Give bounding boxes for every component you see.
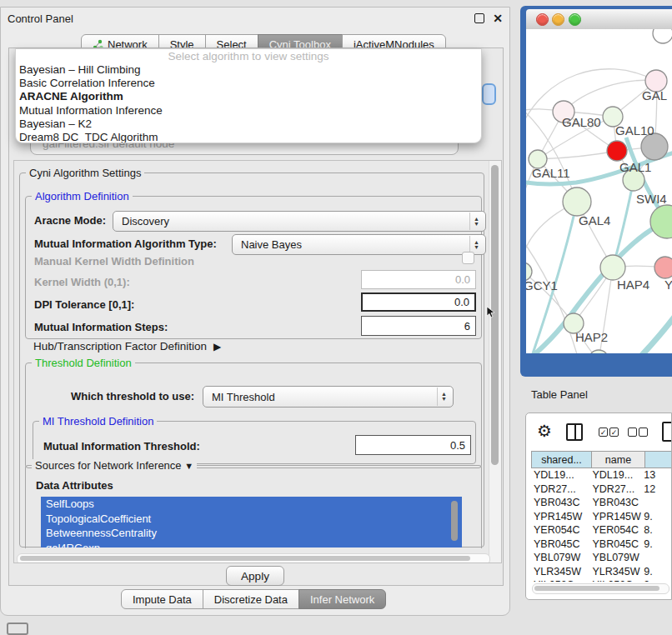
column-layout-icon[interactable] (566, 423, 583, 441)
network-window-titlebar[interactable] (526, 9, 672, 30)
node-unlabeled-top[interactable] (653, 29, 672, 43)
collapsed-panel-button[interactable] (7, 622, 28, 635)
mi-threshold-field[interactable]: 0.5 (355, 435, 471, 455)
mi-steps-field[interactable]: 6 (361, 316, 476, 336)
kernel-width-field[interactable]: 0.0 (361, 270, 476, 289)
table-cell: YPR145W (590, 511, 642, 522)
tab-label: Infer Network (310, 593, 374, 606)
table-cell: YPR145W (531, 511, 590, 522)
table-row[interactable]: YPR145WYPR145W9. (531, 510, 672, 524)
tab-label: Impute Data (133, 593, 192, 606)
close-icon[interactable]: ✕ (493, 12, 503, 24)
aracne-mode-value: Discovery (122, 215, 169, 228)
dpi-tolerance-field[interactable]: 0.0 (361, 292, 476, 312)
new-table-icon[interactable] (662, 422, 672, 442)
node-label: GAL80 (562, 115, 601, 129)
data-attribute-item[interactable]: SelfLoops (41, 497, 462, 512)
minimize-traffic-light-icon[interactable] (552, 13, 564, 26)
list-scrollbar-thumb[interactable] (451, 501, 458, 541)
kernel-width-label: Kernel Width (0,1): (34, 276, 130, 289)
node-label: GAL10 (615, 123, 654, 138)
algorithm-option[interactable]: ARACNE Algorithm (16, 90, 481, 103)
expanded-arrow-icon[interactable]: ▼ (184, 461, 193, 471)
table-row[interactable]: YLR345WYLR345W9. (531, 565, 672, 579)
hub-definition-toggle[interactable]: Hub/Transcription Factor Definition ▶ (33, 340, 221, 352)
node-green-large[interactable] (650, 205, 672, 238)
data-attribute-item[interactable]: TopologicalCoefficient (41, 512, 462, 527)
aracne-mode-combo[interactable]: Discovery ▲▼ (113, 211, 486, 232)
mi-type-value: Naive Bayes (241, 238, 302, 251)
node-label: GAL (642, 88, 667, 102)
table-row[interactable]: YBL079WYBL079W (531, 551, 672, 565)
gear-icon[interactable]: ⚙ (537, 422, 552, 439)
node-label: HAP2 (575, 330, 608, 344)
network-canvas[interactable]: GALGAL80GAL10GAL1GAL11SWI4GAL4GCY1HAP4YH… (526, 29, 672, 353)
panel-title: Control Panel (8, 12, 73, 25)
mi-type-combo[interactable]: Naive Bayes ▲▼ (232, 234, 486, 255)
select-all-icon[interactable]: ✓✓ (599, 428, 619, 437)
algorithm-option[interactable]: Bayesian – Hill Climbing (16, 63, 481, 77)
table-column-header[interactable] (645, 451, 672, 468)
table-row[interactable]: YIL052CYIL052C9 (531, 578, 672, 582)
which-threshold-value: MI Threshold (212, 391, 275, 403)
algorithm-option[interactable]: Bayesian – K2 (16, 118, 481, 131)
table-hscrollbar[interactable] (532, 583, 669, 594)
algorithm-definition-group: Algorithm Definition Aracne Mode: Discov… (25, 196, 482, 339)
apply-button[interactable]: Apply (226, 566, 284, 586)
algorithm-option[interactable]: Mutual Information Inference (16, 104, 481, 118)
tab-impute-data[interactable]: Impute Data (121, 589, 203, 609)
table-panel: ⚙ ✓✓ shared...name YDL19...YDL19...13YDR… (525, 412, 672, 600)
control-panel-titlebar: Control Panel ✕ (1, 8, 509, 29)
float-window-icon[interactable] (474, 13, 484, 23)
data-attribute-item[interactable]: gal4RGexp (41, 541, 462, 548)
manual-kernel-checkbox[interactable] (462, 252, 474, 264)
close-traffic-light-icon[interactable] (536, 13, 549, 26)
node-salmon[interactable] (654, 257, 672, 278)
which-threshold-combo[interactable]: MI Threshold ▲▼ (203, 386, 454, 408)
table-row[interactable]: YDR27...YDR27...12 (531, 482, 672, 497)
node-label: HAP4 (617, 278, 649, 292)
table-cell: YDL19... (590, 469, 642, 481)
algorithm-option[interactable]: Dream8 DC_TDC Algorithm (16, 131, 481, 143)
zoom-traffic-light-icon[interactable] (569, 13, 581, 26)
table-column-header[interactable]: name (592, 451, 645, 468)
tab-label: Discretize Data (214, 593, 288, 606)
collapsed-arrow-icon: ▶ (213, 341, 221, 352)
table-cell: 8. (641, 524, 672, 536)
threshold-definition-title: Threshold Definition (32, 357, 135, 369)
table-row[interactable]: YER054CYER054C8. (531, 523, 672, 538)
deselect-all-icon[interactable] (628, 428, 648, 437)
table-hscrollbar-thumb[interactable] (534, 586, 659, 591)
algorithm-dropdown-placeholder: Select algorithm to view settings (16, 49, 481, 63)
settings-vscrollbar[interactable] (489, 161, 501, 562)
combo-stepper-icon: ▲▼ (469, 212, 483, 230)
node-gal4[interactable] (563, 188, 591, 216)
settings-hscrollbar[interactable] (17, 553, 490, 563)
settings-scrollpane: Cyni Algorithm Settings Algorithm Defini… (13, 160, 502, 563)
table-row[interactable]: YBR045CYBR045C9. (531, 538, 672, 552)
node-label: SWI4 (636, 192, 667, 206)
table-row[interactable]: YBR043CYBR043C (531, 496, 672, 510)
settings-hscrollbar-thumb[interactable] (20, 556, 470, 561)
table-row[interactable]: YDL19...YDL19...13 (531, 468, 672, 482)
node-hap4[interactable] (600, 255, 625, 280)
dpi-tolerance-label: DPI Tolerance [0,1]: (34, 298, 134, 312)
table-cell: YIL052C (590, 579, 642, 582)
tab-infer-network[interactable]: Infer Network (298, 589, 386, 609)
bottom-tab-bar: Impute DataDiscretize DataInfer Network (122, 589, 386, 608)
table-cell: YIL052C (531, 579, 590, 582)
table-column-header[interactable]: shared... (531, 451, 592, 468)
table-header-row: shared...name (531, 451, 672, 468)
network-canvas-svg: GALGAL80GAL10GAL1GAL11SWI4GAL4GCY1HAP4YH… (526, 29, 672, 353)
table-cell: YBR045C (531, 538, 590, 550)
table-cell: YER054C (531, 524, 590, 536)
focused-spinner-button[interactable] (482, 83, 496, 105)
sources-group: Sources for Network Inference ▼ Data Att… (25, 465, 482, 548)
data-attribute-item[interactable]: BetweennessCentrality (41, 526, 462, 541)
node-gal1-red[interactable] (607, 141, 627, 161)
tab-discretize-data[interactable]: Discretize Data (203, 589, 299, 609)
table-panel-title: Table Panel (531, 388, 588, 401)
threshold-definition-group: Threshold Definition Which threshold to … (25, 362, 482, 468)
sources-title: Sources for Network Inference ▼ (32, 459, 197, 472)
algorithm-option[interactable]: Basic Correlation Inference (16, 77, 481, 90)
